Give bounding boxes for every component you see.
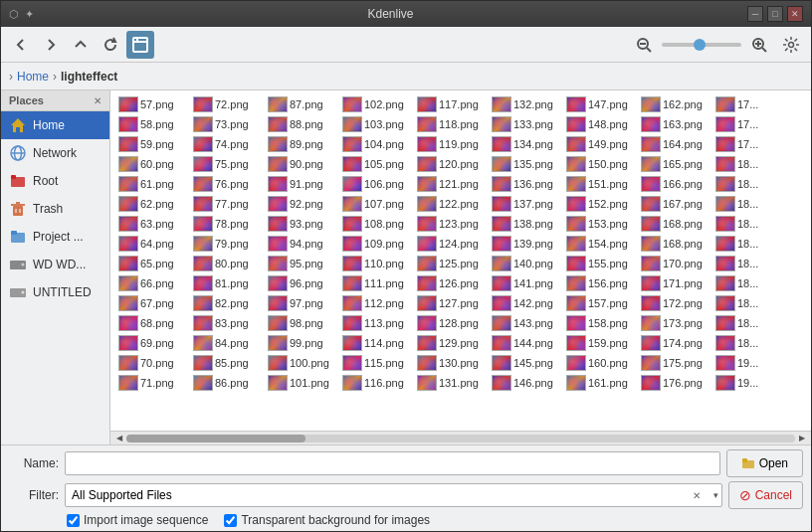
list-item[interactable]: 90.png xyxy=(264,154,338,174)
list-item[interactable]: 138.png xyxy=(488,214,562,234)
list-item[interactable]: 173.png xyxy=(637,313,711,333)
list-item[interactable]: 171.png xyxy=(637,273,711,293)
list-item[interactable]: 116.png xyxy=(338,373,413,393)
list-item[interactable]: 123.png xyxy=(413,214,488,234)
list-item[interactable]: 150.png xyxy=(562,154,637,174)
list-item[interactable]: 114.png xyxy=(338,333,413,353)
name-input[interactable] xyxy=(65,451,720,475)
list-item[interactable]: 98.png xyxy=(264,313,338,333)
list-item[interactable]: 176.png xyxy=(637,373,711,393)
list-item[interactable]: 92.png xyxy=(264,194,338,214)
list-item[interactable]: 111.png xyxy=(338,273,413,293)
list-item[interactable]: 126.png xyxy=(413,273,488,293)
list-item[interactable]: 128.png xyxy=(413,313,488,333)
list-item[interactable]: 143.png xyxy=(488,313,562,333)
list-item[interactable]: 84.png xyxy=(189,333,264,353)
list-item[interactable]: 64.png xyxy=(114,234,189,254)
list-item[interactable]: 101.png xyxy=(264,373,338,393)
list-item[interactable]: 78.png xyxy=(189,214,264,234)
list-item[interactable]: 118.png xyxy=(413,114,488,134)
list-item[interactable]: 60.png xyxy=(114,154,189,174)
list-item[interactable]: 18... xyxy=(711,234,786,254)
sidebar-item-network[interactable]: Network xyxy=(1,139,109,167)
list-item[interactable]: 18... xyxy=(711,333,786,353)
list-item[interactable]: 107.png xyxy=(338,194,413,214)
minimize-button[interactable]: ─ xyxy=(747,6,763,22)
list-item[interactable]: 80.png xyxy=(189,254,264,273)
list-item[interactable]: 63.png xyxy=(114,214,189,234)
list-item[interactable]: 136.png xyxy=(488,174,562,194)
list-item[interactable]: 172.png xyxy=(637,293,711,313)
list-item[interactable]: 141.png xyxy=(488,273,562,293)
list-item[interactable]: 110.png xyxy=(338,254,413,273)
hscroll-thumb[interactable] xyxy=(126,435,305,443)
list-item[interactable]: 18... xyxy=(711,293,786,313)
filter-dropdown-arrow[interactable]: ▾ xyxy=(713,490,718,500)
list-item[interactable]: 167.png xyxy=(637,194,711,214)
list-item[interactable]: 66.png xyxy=(114,273,189,293)
list-item[interactable]: 86.png xyxy=(189,373,264,393)
list-item[interactable]: 174.png xyxy=(637,333,711,353)
list-item[interactable]: 18... xyxy=(711,194,786,214)
list-item[interactable]: 17... xyxy=(711,94,786,114)
list-item[interactable]: 134.png xyxy=(488,134,562,154)
list-item[interactable]: 18... xyxy=(711,214,786,234)
horizontal-scrollbar[interactable]: ◀ ▶ xyxy=(110,431,811,444)
list-item[interactable]: 94.png xyxy=(264,234,338,254)
list-item[interactable]: 18... xyxy=(711,313,786,333)
list-item[interactable]: 87.png xyxy=(264,94,338,114)
list-item[interactable]: 125.png xyxy=(413,254,488,273)
list-item[interactable]: 104.png xyxy=(338,134,413,154)
list-item[interactable]: 71.png xyxy=(114,373,189,393)
forward-button[interactable] xyxy=(37,31,65,59)
list-item[interactable]: 148.png xyxy=(562,114,637,134)
list-item[interactable]: 168.png xyxy=(637,234,711,254)
list-item[interactable]: 158.png xyxy=(562,313,637,333)
list-item[interactable]: 139.png xyxy=(488,234,562,254)
open-button[interactable]: Open xyxy=(726,449,803,477)
list-item[interactable]: 162.png xyxy=(637,94,711,114)
list-item[interactable]: 18... xyxy=(711,154,786,174)
list-item[interactable]: 72.png xyxy=(189,94,264,114)
list-item[interactable]: 70.png xyxy=(114,353,189,373)
zoom-out-button[interactable] xyxy=(630,31,658,59)
list-item[interactable]: 106.png xyxy=(338,174,413,194)
list-item[interactable]: 122.png xyxy=(413,194,488,214)
list-item[interactable]: 58.png xyxy=(114,114,189,134)
list-item[interactable]: 83.png xyxy=(189,313,264,333)
list-item[interactable]: 93.png xyxy=(264,214,338,234)
list-item[interactable]: 155.png xyxy=(562,254,637,273)
list-item[interactable]: 130.png xyxy=(413,353,488,373)
list-item[interactable]: 152.png xyxy=(562,194,637,214)
list-item[interactable]: 161.png xyxy=(562,373,637,393)
hscroll-right-arrow[interactable]: ▶ xyxy=(795,432,809,445)
list-item[interactable]: 73.png xyxy=(189,114,264,134)
list-item[interactable]: 109.png xyxy=(338,234,413,254)
list-item[interactable]: 18... xyxy=(711,273,786,293)
maximize-button[interactable]: □ xyxy=(767,6,783,22)
list-item[interactable]: 159.png xyxy=(562,333,637,353)
preview-button[interactable] xyxy=(126,31,154,59)
list-item[interactable]: 142.png xyxy=(488,293,562,313)
list-item[interactable]: 108.png xyxy=(338,214,413,234)
list-item[interactable]: 145.png xyxy=(488,353,562,373)
cancel-button[interactable]: ⊘ Cancel xyxy=(728,481,803,509)
list-item[interactable]: 146.png xyxy=(488,373,562,393)
import-sequence-checkbox[interactable] xyxy=(67,514,80,527)
list-item[interactable]: 113.png xyxy=(338,313,413,333)
sidebar-item-home[interactable]: Home xyxy=(1,111,109,139)
sidebar-close-button[interactable]: ✕ xyxy=(94,95,102,106)
zoom-in-button[interactable] xyxy=(745,31,773,59)
list-item[interactable]: 88.png xyxy=(264,114,338,134)
breadcrumb-home[interactable]: Home xyxy=(17,70,49,84)
list-item[interactable]: 165.png xyxy=(637,154,711,174)
filter-clear-button[interactable]: ✕ xyxy=(693,490,701,501)
sidebar-item-root[interactable]: Root xyxy=(1,167,109,195)
list-item[interactable]: 17... xyxy=(711,114,786,134)
hscroll-left-arrow[interactable]: ◀ xyxy=(112,432,126,445)
list-item[interactable]: 121.png xyxy=(413,174,488,194)
list-item[interactable]: 59.png xyxy=(114,134,189,154)
list-item[interactable]: 95.png xyxy=(264,254,338,273)
reload-button[interactable] xyxy=(97,31,124,59)
settings-button[interactable] xyxy=(777,31,805,59)
